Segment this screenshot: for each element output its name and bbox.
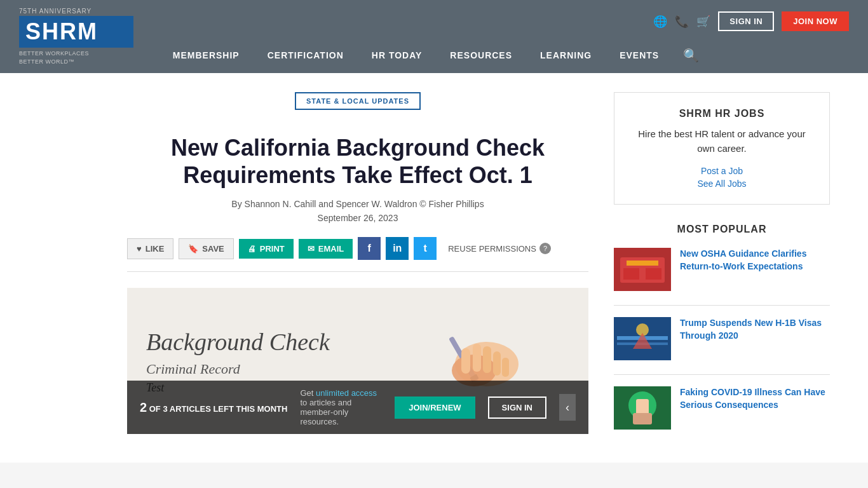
post-a-job-link[interactable]: Post a Job bbox=[630, 166, 814, 176]
site-header: 75TH ANNIVERSARY SHRM BETTER WORKPLACES … bbox=[0, 0, 868, 73]
article-image: Background Check Criminal Record Test bbox=[127, 288, 588, 434]
linkedin-button[interactable]: in bbox=[386, 237, 409, 260]
email-label: EMAIL bbox=[318, 244, 344, 254]
bg-check-title: Background Check bbox=[146, 328, 330, 356]
articles-label: ARTICLES LEFT THIS MONTH bbox=[170, 404, 288, 414]
popular-divider-2 bbox=[614, 374, 830, 375]
globe-icon[interactable]: 🌐 bbox=[653, 15, 667, 29]
popular-link-1[interactable]: New OSHA Guidance Clarifies Return-to-Wo… bbox=[680, 248, 806, 271]
article-area: STATE & LOCAL UPDATES New California Bac… bbox=[127, 92, 588, 444]
category-tag[interactable]: STATE & LOCAL UPDATES bbox=[295, 92, 421, 110]
email-button[interactable]: ✉ EMAIL bbox=[299, 239, 353, 259]
popular-text-3: Faking COVID-19 Illness Can Have Serious… bbox=[680, 386, 830, 411]
svg-rect-6 bbox=[483, 346, 491, 373]
like-label: LIKE bbox=[146, 244, 165, 254]
popular-text-2: Trump Suspends New H-1B Visas Through 20… bbox=[680, 317, 830, 342]
popular-link-2[interactable]: Trump Suspends New H-1B Visas Through 20… bbox=[680, 318, 822, 341]
action-bar: ♥ LIKE 🔖 SAVE 🖨 PRINT ✉ EMAIL f in t REU… bbox=[127, 237, 588, 272]
content-wrapper: STATE & LOCAL UPDATES New California Bac… bbox=[0, 73, 868, 463]
nav-membership[interactable]: MEMBERSHIP bbox=[159, 44, 254, 67]
popular-title: MOST POPULAR bbox=[614, 224, 830, 235]
svg-rect-12 bbox=[623, 268, 639, 280]
svg-rect-11 bbox=[627, 261, 658, 266]
site-logo: 75TH ANNIVERSARY SHRM BETTER WORKPLACES … bbox=[19, 8, 133, 65]
articles-total: 3 bbox=[163, 404, 167, 414]
svg-rect-22 bbox=[633, 413, 652, 424]
popular-text-1: New OSHA Guidance Clarifies Return-to-Wo… bbox=[680, 248, 830, 273]
sidebar-jobs-box: SHRM HR JOBS Hire the best HR talent or … bbox=[614, 92, 830, 205]
sidebar: SHRM HR JOBS Hire the best HR talent or … bbox=[614, 92, 830, 444]
article-date: September 26, 2023 bbox=[127, 213, 588, 223]
popular-item-2: Trump Suspends New H-1B Visas Through 20… bbox=[614, 317, 830, 360]
save-button[interactable]: 🔖 SAVE bbox=[179, 238, 233, 259]
sidebar-jobs-title: SHRM HR JOBS bbox=[630, 108, 814, 119]
anniversary-text: 75TH ANNIVERSARY bbox=[19, 8, 133, 15]
popular-item-3: Faking COVID-19 Illness Can Have Serious… bbox=[614, 386, 830, 430]
twitter-button[interactable]: t bbox=[414, 237, 437, 260]
popular-divider-1 bbox=[614, 305, 830, 306]
sign-in-button[interactable]: SIGN IN bbox=[718, 11, 774, 31]
articles-left-counter: 2 OF 3 ARTICLES LEFT THIS MONTH bbox=[140, 398, 287, 416]
articles-cta: Get unlimited access to articles and mem… bbox=[300, 388, 382, 426]
unlimited-access-link[interactable]: unlimited access bbox=[316, 388, 377, 398]
svg-rect-21 bbox=[636, 399, 649, 415]
print-label: PRINT bbox=[260, 244, 285, 254]
like-button[interactable]: ♥ LIKE bbox=[127, 238, 173, 259]
shrm-logo-text[interactable]: SHRM bbox=[19, 16, 133, 48]
join-now-button[interactable]: JOIN NOW bbox=[782, 11, 849, 31]
article-byline: By Shannon N. Cahill and Spencer W. Wald… bbox=[127, 199, 588, 209]
nav-resources[interactable]: RESOURCES bbox=[436, 44, 526, 67]
nav-hr-today[interactable]: HR TODAY bbox=[358, 44, 437, 67]
article-title: New California Background Check Requirem… bbox=[127, 134, 588, 189]
svg-rect-4 bbox=[461, 348, 470, 374]
phone-icon[interactable]: 📞 bbox=[675, 15, 689, 29]
logo-tagline: BETTER WORKPLACES BETTER WORLD™ bbox=[19, 50, 133, 65]
reuse-label: REUSE PERMISSIONS bbox=[448, 244, 536, 254]
sidebar-jobs-desc: Hire the best HR talent or advance your … bbox=[630, 127, 814, 156]
articles-count: 2 bbox=[140, 400, 147, 414]
popular-thumb-2 bbox=[614, 317, 671, 360]
facebook-button[interactable]: f bbox=[358, 237, 381, 260]
reuse-permissions[interactable]: REUSE PERMISSIONS ? bbox=[448, 243, 551, 254]
see-all-jobs-link[interactable]: See All Jobs bbox=[630, 179, 814, 189]
print-button[interactable]: 🖨 PRINT bbox=[239, 239, 294, 259]
sidebar-popular: MOST POPULAR New OSHA Guidance Clarifies… bbox=[614, 224, 830, 430]
popular-thumb-3 bbox=[614, 386, 671, 430]
search-icon[interactable]: 🔍 bbox=[673, 41, 709, 69]
articles-of: OF bbox=[149, 404, 161, 414]
question-icon: ? bbox=[539, 243, 551, 254]
main-nav: MEMBERSHIP CERTIFICATION HR TODAY RESOUR… bbox=[159, 41, 709, 69]
sign-in-bar-button[interactable]: SIGN IN bbox=[488, 396, 546, 419]
svg-rect-7 bbox=[493, 351, 501, 376]
envelope-icon: ✉ bbox=[308, 244, 315, 254]
svg-rect-5 bbox=[473, 344, 481, 372]
collapse-button[interactable]: ‹ bbox=[559, 394, 576, 421]
article-paywall-bar: 2 OF 3 ARTICLES LEFT THIS MONTH Get unli… bbox=[127, 381, 588, 434]
nav-learning[interactable]: LEARNING bbox=[526, 44, 606, 67]
popular-thumb-1 bbox=[614, 248, 671, 291]
sidebar-jobs-links: Post a Job See All Jobs bbox=[630, 166, 814, 189]
bg-check-subtitle: Criminal Record bbox=[146, 361, 330, 377]
bookmark-icon: 🔖 bbox=[188, 244, 198, 254]
printer-icon: 🖨 bbox=[248, 244, 256, 254]
popular-item-1: New OSHA Guidance Clarifies Return-to-Wo… bbox=[614, 248, 830, 291]
svg-rect-13 bbox=[646, 268, 661, 280]
popular-link-3[interactable]: Faking COVID-19 Illness Can Have Serious… bbox=[680, 387, 825, 410]
nav-certification[interactable]: CERTIFICATION bbox=[254, 44, 358, 67]
svg-rect-8 bbox=[502, 358, 509, 377]
heart-icon: ♥ bbox=[137, 244, 142, 254]
cart-icon[interactable]: 🛒 bbox=[696, 15, 710, 29]
save-label: SAVE bbox=[202, 244, 224, 254]
join-renew-button[interactable]: JOIN/RENEW bbox=[395, 396, 475, 419]
header-actions: 🌐 📞 🛒 SIGN IN JOIN NOW bbox=[653, 11, 849, 31]
nav-events[interactable]: EVENTS bbox=[606, 44, 673, 67]
